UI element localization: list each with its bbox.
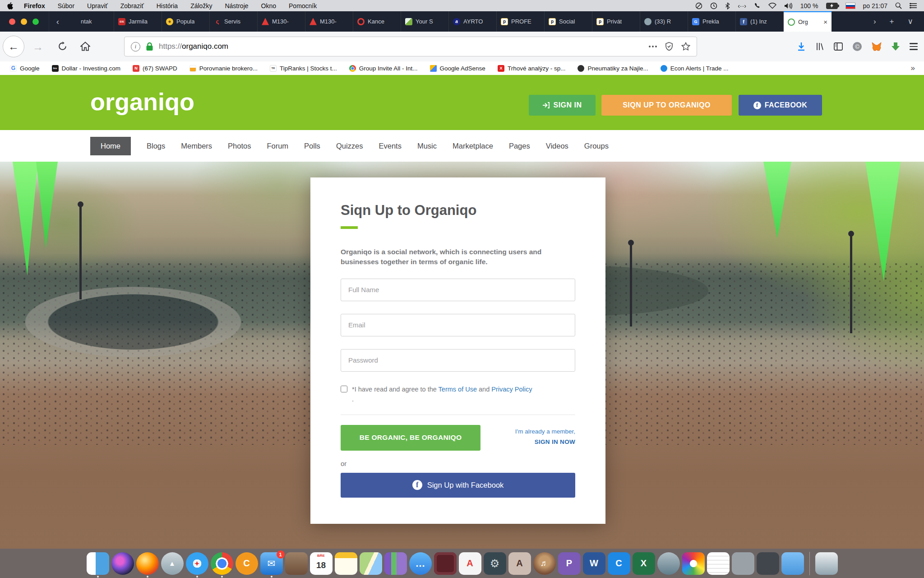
- url-bar[interactable]: i https://organiqo.com: [124, 37, 697, 56]
- scroll-tabs-right-button[interactable]: ›: [873, 17, 876, 26]
- site-nav-item[interactable]: Forum: [267, 142, 288, 150]
- tab-close-icon[interactable]: ×: [823, 18, 827, 26]
- site-nav-item[interactable]: Blogs: [147, 142, 165, 150]
- browser-tab[interactable]: Org ×: [784, 11, 832, 32]
- sign-in-button[interactable]: SIGN IN: [529, 95, 596, 116]
- bookmark-item[interactable]: TR TipRanks | Stocks t...: [270, 65, 337, 72]
- browser-tab[interactable]: Popula: [162, 11, 210, 32]
- browser-tab[interactable]: G Prekla: [688, 11, 736, 32]
- site-nav-item[interactable]: Videos: [546, 142, 568, 150]
- dock-icon-photo-booth[interactable]: [434, 552, 457, 575]
- sign-in-now-link[interactable]: SIGN IN NOW: [515, 439, 575, 445]
- dock-icon-garageband[interactable]: ♬: [533, 552, 556, 575]
- dock-icon-app-dark[interactable]: [757, 552, 779, 575]
- browser-tab[interactable]: Kance: [353, 11, 401, 32]
- dock-icon-finder[interactable]: [87, 552, 109, 575]
- extension-download-icon[interactable]: [891, 42, 900, 51]
- reload-button[interactable]: [58, 42, 67, 51]
- dock-icon-calendar[interactable]: BŘE 18: [310, 552, 333, 575]
- site-nav-item[interactable]: Marketplace: [453, 142, 493, 150]
- dock-icon-notebooks[interactable]: [384, 552, 407, 575]
- bookmark-item[interactable]: Google AdSense: [430, 65, 485, 72]
- https-lock-icon[interactable]: [146, 42, 153, 51]
- menubar-menu-item[interactable]: Záložky: [190, 2, 212, 9]
- dock-separator[interactable]: [809, 552, 810, 575]
- sign-up-button[interactable]: SIQN UP TO ORGANIQO: [601, 95, 732, 116]
- site-nav-item[interactable]: Quizzes: [336, 142, 363, 150]
- spotlight-search-icon[interactable]: [895, 2, 902, 9]
- forward-button[interactable]: →: [32, 41, 43, 53]
- firefox-menu-icon[interactable]: [910, 43, 918, 50]
- dock-icon-launchpad-rocket[interactable]: ▲: [161, 552, 184, 575]
- new-tab-button[interactable]: +: [890, 17, 894, 26]
- site-nav-item[interactable]: Polls: [304, 142, 320, 150]
- page-actions-icon[interactable]: [649, 46, 657, 47]
- site-nav-item[interactable]: Pages: [509, 142, 530, 150]
- dock-icon-app-c[interactable]: C: [608, 552, 630, 575]
- dock-icon-photos[interactable]: [682, 552, 705, 575]
- browser-tab[interactable]: Your S: [401, 11, 449, 32]
- browser-tab[interactable]: M130-: [258, 11, 305, 32]
- tracking-shield-icon[interactable]: [665, 42, 673, 51]
- dock-icon-acrobat[interactable]: A: [459, 552, 481, 575]
- dock-icon-messages[interactable]: …: [409, 552, 432, 575]
- menubar-menu-item[interactable]: Okno: [261, 2, 276, 9]
- browser-tab[interactable]: ς Servis: [210, 11, 258, 32]
- dock-icon-settings-gear[interactable]: ⚙: [484, 552, 506, 575]
- do-not-disturb-icon[interactable]: [695, 2, 702, 9]
- site-nav-item[interactable]: Home: [90, 137, 131, 155]
- browser-tab[interactable]: f (1) Inz: [736, 11, 784, 32]
- be-organic-button[interactable]: BE ORGANIC, BE ORGANIQO: [341, 425, 480, 451]
- browser-tab[interactable]: ntak: [66, 11, 114, 32]
- bookmark-item[interactable]: X Trhové analýzy - sp...: [498, 65, 566, 72]
- dock-icon-mail[interactable]: ✉ 1: [260, 552, 283, 575]
- battery-icon[interactable]: [826, 3, 838, 9]
- dock-icon-textedit[interactable]: [707, 552, 730, 575]
- site-nav-item[interactable]: Music: [417, 142, 437, 150]
- dock-icon-word[interactable]: W: [583, 552, 605, 575]
- dock-icon-excel[interactable]: X: [633, 552, 655, 575]
- dock-icon-cryptocompare[interactable]: C: [236, 552, 258, 575]
- menubar-menu-item[interactable]: Nástroje: [225, 2, 248, 9]
- dock-icon-app-grey[interactable]: [732, 552, 754, 575]
- dock-icon-trash[interactable]: [815, 552, 838, 575]
- dock-icon-compass[interactable]: [657, 552, 680, 575]
- dock-icon-notes[interactable]: [335, 552, 357, 575]
- dock-icon-chrome[interactable]: [211, 552, 233, 575]
- wifi-icon[interactable]: [768, 3, 776, 9]
- browser-tab[interactable]: a AYRTO: [449, 11, 497, 32]
- extension-copyright-icon[interactable]: ©: [852, 42, 862, 51]
- dock-icon-contacts[interactable]: [285, 552, 308, 575]
- browser-tab[interactable]: p PROFE: [497, 11, 545, 32]
- notification-center-icon[interactable]: [910, 3, 917, 9]
- menubar-clock[interactable]: po 21:07: [863, 2, 888, 9]
- metamask-fox-icon[interactable]: [872, 42, 882, 51]
- signup-input[interactable]: [341, 279, 575, 301]
- browser-tab[interactable]: M130-: [305, 11, 353, 32]
- site-nav-item[interactable]: Members: [181, 142, 212, 150]
- bookmark-item[interactable]: Econ Alerts | Trade ...: [661, 65, 729, 72]
- site-nav-item[interactable]: Events: [379, 142, 401, 150]
- window-zoom-button[interactable]: [32, 19, 39, 25]
- bookmark-item[interactable]: Porovnanie brokero...: [189, 65, 258, 72]
- bookmark-item[interactable]: N (67) SWAPD: [133, 65, 177, 72]
- back-button[interactable]: ←: [3, 36, 24, 57]
- signup-input[interactable]: [341, 314, 575, 336]
- window-close-button[interactable]: [9, 19, 15, 25]
- site-info-icon[interactable]: i: [131, 42, 140, 51]
- scroll-tabs-left-button[interactable]: ‹: [49, 11, 66, 32]
- time-machine-icon[interactable]: [710, 2, 717, 9]
- bookmark-star-icon[interactable]: [681, 42, 690, 51]
- browser-tab[interactable]: EIS Jarmila: [114, 11, 162, 32]
- library-icon[interactable]: [815, 42, 824, 51]
- terms-of-use-link[interactable]: Terms of Use: [439, 386, 477, 393]
- menubar-menu-item[interactable]: História: [157, 2, 178, 9]
- slovak-flag-icon[interactable]: [845, 3, 855, 9]
- bookmark-item[interactable]: Group Invite All - Int...: [349, 65, 418, 72]
- facebook-signup-button[interactable]: f Sign Up with Facebook: [341, 473, 575, 498]
- browser-tab[interactable]: (33) R: [640, 11, 688, 32]
- dock-icon-safari[interactable]: ✦: [186, 552, 208, 575]
- terms-checkbox[interactable]: [341, 386, 347, 392]
- dock-icon-firefox[interactable]: [136, 552, 159, 575]
- apple-menu[interactable]: [7, 2, 13, 9]
